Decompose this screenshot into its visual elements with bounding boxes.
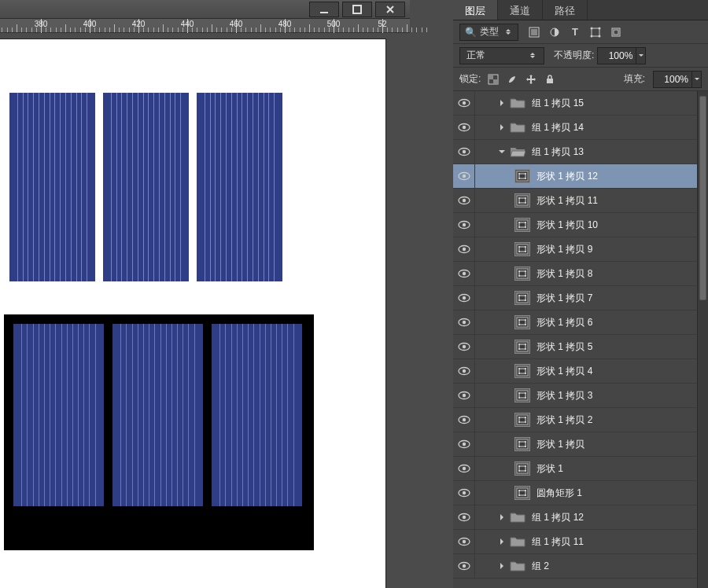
layer-name[interactable]: 形状 1 [537,462,563,476]
disclosure-right-icon[interactable] [497,98,507,108]
layer-name[interactable]: 形状 1 拷贝 7 [537,292,592,305]
visibility-eye-icon[interactable] [453,408,475,432]
shape-cell[interactable] [13,324,104,506]
tab-paths[interactable]: 路径 [543,0,588,20]
layer-shape-row[interactable]: 形状 1 拷贝 2 [453,408,697,432]
filter-pixel-icon[interactable] [526,24,542,40]
layer-shape-row[interactable]: 形状 1 拷贝 10 [453,213,697,237]
disclosure-down-icon[interactable] [497,147,507,156]
layer-name[interactable]: 形状 1 拷贝 9 [537,243,592,256]
visibility-eye-icon[interactable] [453,335,475,358]
layer-name[interactable]: 组 1 拷贝 13 [532,145,584,159]
lock-transparency-icon[interactable] [485,72,501,87]
disclosure-right-icon[interactable] [497,123,507,132]
disclosure-right-icon[interactable] [497,537,507,546]
window-titlebar[interactable] [0,0,410,19]
layer-shape-row[interactable]: 形状 1 拷贝 4 [453,359,697,384]
layer-name[interactable]: 形状 1 拷贝 [537,438,584,451]
layer-name[interactable]: 组 1 拷贝 15 [532,97,584,110]
window-maximize-button[interactable] [342,2,372,17]
layer-name[interactable]: 形状 1 拷贝 6 [537,316,592,329]
shape-cell[interactable] [212,324,302,506]
layer-group-row[interactable]: 组 1 拷贝 15 [453,91,697,116]
visibility-eye-icon[interactable] [453,91,475,115]
disclosure-right-icon[interactable] [497,513,507,522]
layer-group-row[interactable]: 组 1 拷贝 12 [453,505,697,530]
layer-shape-row[interactable]: 形状 1 拷贝 7 [453,286,697,311]
filter-smart-icon[interactable] [608,24,624,40]
layer-group-row[interactable]: 组 1 拷贝 13 [453,140,697,164]
layer-name[interactable]: 圆角矩形 1 [537,487,582,500]
layer-name[interactable]: 组 1 拷贝 12 [532,511,584,524]
window-minimize-button[interactable] [309,2,339,17]
shape-frame[interactable] [4,314,314,550]
layer-shape-row[interactable]: 形状 1 拷贝 11 [453,189,697,213]
layer-shape-row[interactable]: 圆角矩形 1 [453,481,697,505]
layer-shape-row[interactable]: 形状 1 拷贝 5 [453,335,697,359]
document-canvas[interactable] [0,39,385,588]
layer-shape-row[interactable]: 形状 1 [453,457,697,481]
layer-name[interactable]: 形状 1 拷贝 10 [537,219,598,232]
layer-group-row[interactable]: 组 1 拷贝 11 [453,530,697,554]
layer-name[interactable]: 形状 1 拷贝 11 [537,194,598,208]
visibility-eye-icon[interactable] [453,140,475,164]
visibility-eye-icon[interactable] [453,213,475,237]
disclosure-right-icon[interactable] [497,561,507,571]
layer-name[interactable]: 形状 1 拷贝 8 [537,267,592,281]
layer-shape-row[interactable]: 形状 1 拷贝 6 [453,311,697,335]
visibility-eye-icon[interactable] [453,481,475,505]
shape-panel[interactable] [9,93,95,281]
visibility-eye-icon[interactable] [453,262,475,285]
visibility-eye-icon[interactable] [453,116,475,139]
layer-name[interactable]: 形状 1 拷贝 3 [537,389,592,402]
shape-panel[interactable] [197,93,282,281]
fill-dropdown-button[interactable] [692,71,702,88]
horizontal-ruler[interactable]: 35038040042044046048050052 [0,19,410,33]
lock-all-icon[interactable] [542,72,558,87]
layer-tree[interactable]: 组 1 拷贝 15组 1 拷贝 14组 1 拷贝 13形状 1 拷贝 12形状 … [453,91,697,588]
filter-shape-icon[interactable] [588,24,603,40]
visibility-eye-icon[interactable] [453,286,475,310]
visibility-eye-icon[interactable] [453,164,475,188]
layer-name[interactable]: 形状 1 拷贝 4 [537,365,592,378]
filter-type-icon[interactable]: T [567,24,583,40]
lock-paint-icon[interactable] [504,72,520,87]
layer-shape-row[interactable]: 形状 1 拷贝 8 [453,262,697,286]
visibility-eye-icon[interactable] [453,457,475,480]
visibility-eye-icon[interactable] [453,432,475,456]
opacity-value[interactable]: 100% [597,47,636,64]
tab-channels[interactable]: 通道 [498,0,543,20]
visibility-eye-icon[interactable] [453,359,475,383]
opacity-dropdown-button[interactable] [636,47,646,64]
blend-mode-dropdown[interactable]: 正常 [459,47,544,64]
lock-move-icon[interactable] [523,72,539,87]
layer-name[interactable]: 组 1 拷贝 14 [532,121,584,134]
layer-shape-row[interactable]: 形状 1 拷贝 [453,432,697,457]
layer-group-row[interactable]: 组 2 [453,554,697,579]
visibility-eye-icon[interactable] [453,384,475,407]
layer-name[interactable]: 组 1 拷贝 11 [532,535,584,549]
layer-name[interactable]: 组 2 [532,560,549,573]
layer-filter-dropdown[interactable]: 🔍 类型 [459,24,518,41]
scrollbar-thumb[interactable] [699,96,706,300]
layer-shape-row[interactable]: 形状 1 拷贝 12 [453,164,697,189]
layer-scrollbar[interactable] [697,91,708,588]
layer-name[interactable]: 形状 1 拷贝 5 [537,340,592,354]
filter-adjust-icon[interactable] [547,24,562,40]
window-close-button[interactable] [375,2,405,17]
layer-name[interactable]: 形状 1 拷贝 2 [537,413,592,427]
visibility-eye-icon[interactable] [453,505,475,529]
visibility-eye-icon[interactable] [453,237,475,261]
layer-shape-row[interactable]: 形状 1 拷贝 3 [453,384,697,408]
layer-group-row[interactable]: 组 1 拷贝 14 [453,116,697,140]
visibility-eye-icon[interactable] [453,554,475,578]
visibility-eye-icon[interactable] [453,189,475,212]
fill-value[interactable]: 100% [653,71,692,88]
layer-shape-row[interactable]: 形状 1 拷贝 9 [453,237,697,262]
visibility-eye-icon[interactable] [453,311,475,334]
shape-panel[interactable] [103,93,189,281]
layer-name[interactable]: 形状 1 拷贝 12 [537,170,598,183]
shape-cell[interactable] [112,324,203,506]
tab-layers[interactable]: 图层 [453,0,498,20]
visibility-eye-icon[interactable] [453,530,475,553]
